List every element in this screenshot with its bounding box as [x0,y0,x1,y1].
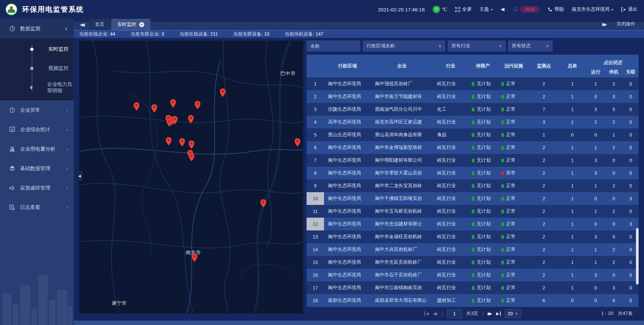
row-index: 5 [307,128,324,141]
notification-area[interactable]: 2632 [513,6,540,13]
table-row[interactable]: 17阆中生态环境局阆中市江南镇阆南页岩砖瓦行业无计划正常21030 [307,281,639,294]
table-row[interactable]: 6阆中生态环境局阆中市金博瑞新型墙材砖瓦行业无计划正常21120 [307,141,639,154]
fullscreen-button[interactable]: 全屏 [455,6,472,12]
industry-filter-select[interactable]: 所有行业∨ [448,41,505,51]
table-row[interactable]: 18南部生态环境局南部县双华大理石有限公建材加工无计划正常60060 [307,294,639,307]
tab-scroll-left-icon[interactable]: ◀◀ [80,22,85,27]
cell-production: 无计划 [468,90,498,103]
chevron-left-icon: ‹ [66,127,68,132]
map-marker-pin-icon[interactable] [165,137,172,147]
table-row[interactable]: 11阆中生态环境局阆中市五马桥页岩机砖砖瓦行业无计划正常21120 [307,205,639,218]
sidebar-item-base-data[interactable]: 基础数据管理 ‹ [0,159,74,178]
table-row[interactable]: 8阆中生态环境局阆中市枣碧大梁山页岩砖瓦行业无计划异常21300 [307,167,639,179]
tab-scroll-right-icon[interactable]: ▶▶ [602,22,607,27]
map-marker-pin-icon[interactable] [171,116,178,126]
name-filter-input[interactable] [307,41,360,51]
table-row[interactable]: 5营山生态环境局营山县润丰肉食品有限食品无计划正常10010 [307,128,639,141]
sidebar-item-realtime-monitoring[interactable]: 实时监控 [0,40,74,59]
table-row[interactable]: 1阆中生态环境局阆中强锐页岩砖厂砖瓦行业无计划正常21120 [307,77,639,90]
theme-dropdown[interactable]: 主题 ▾ [480,6,493,12]
org-dropdown[interactable]: 南充市生态环境局 ▾ [572,6,613,12]
tab-realtime-monitoring[interactable]: 实时监控 ✕ [111,19,150,30]
cell-production: 无计划 [468,218,498,230]
map-marker-pin-icon[interactable] [191,253,198,264]
map-marker-pin-icon[interactable] [188,140,195,151]
table-row[interactable]: 9阆中生态环境局阆中市二龙长宝页岩砖砖瓦行业无计划正常21120 [307,179,639,192]
cell-meter: 1 [558,179,587,192]
sidebar-item-enterprise-statistics[interactable]: 企业综合统计 ‹ [0,120,74,139]
sidebar-item-emergency-reduction[interactable]: 应急减排管理 ‹ [0,178,74,198]
logout-button[interactable]: 退出 [621,6,637,12]
status-filter-select[interactable]: 所有状态∨ [508,41,552,51]
cell-meter: 1 [558,116,587,128]
col-run: 运行 [587,66,605,77]
map-marker-pin-icon[interactable] [188,153,195,163]
map-marker-pin-icon[interactable] [294,138,301,148]
map[interactable]: 巴中市南充市遂宁市 [79,41,303,314]
sidebar-item-data-monitoring[interactable]: 数据监测 ∨ [0,19,74,38]
tab-home[interactable]: 首页 [89,19,110,30]
cell-lost: 0 [623,103,639,116]
map-marker-pin-icon[interactable] [260,199,267,209]
status-dot-icon [472,107,475,112]
first-page-button[interactable]: ◀ [424,311,429,316]
page-size-select[interactable]: 20 ∨ [505,309,521,318]
table-row[interactable]: 12阆中生态环境局阆中市忠信建材有限公砖瓦行业无计划正常21003 [307,218,639,230]
close-icon[interactable]: ✕ [139,22,144,27]
sidebar-item-power-load-detail[interactable]: 企业电力负荷明细 [0,78,74,97]
cell-stop: 3 [605,281,623,294]
map-marker-pin-icon[interactable] [133,102,140,112]
cell-facility: 正常 [498,77,530,90]
cell-region: 阆中生态环境局 [324,77,371,90]
sidebar-item-enterprise-abnormal[interactable]: 企业异常 ‹ [0,100,74,120]
map-marker-pin-icon[interactable] [179,138,185,148]
table-row[interactable]: 16阆中生态环境局阆中市石子页岩机砖厂砖瓦行业无计划正常21300 [307,269,639,281]
close-operations-button[interactable]: 关闭操作 [616,21,635,27]
content-area: ◀ 巴中市南充市遂宁市 [74,38,644,325]
status-dot-icon [472,95,475,99]
chevron-left-icon: ‹ [66,108,68,113]
cell-monitor: 2 [530,281,558,294]
mute-button[interactable] [501,7,505,12]
help-button[interactable]: 帮助 [548,6,564,12]
table-row[interactable]: 14阆中生态环境局阆中大兴页岩机砖厂砖瓦行业无计划正常21120 [307,243,639,256]
bar-chart-icon [9,146,15,152]
cell-meter: 1 [558,154,587,167]
map-marker-pin-icon[interactable] [219,88,226,99]
region-filter-select[interactable]: 行政区域名称∨ [363,41,445,51]
table-row[interactable]: 15阆中生态环境局阆中市光富页岩机砖厂砖瓦行业无计划正常21120 [307,256,639,269]
table-row[interactable]: 10阆中生态环境局阆中千佛镇五郎垭页岩砖瓦行业无计划正常21003 [307,192,639,205]
temperature: 0 ℃ [433,6,447,13]
sidebar-item-log-view[interactable]: 日志查看 ‹ [0,198,74,217]
cell-facility: 正常 [498,281,530,294]
map-marker-pin-icon[interactable] [194,101,201,111]
cell-company: 阆中强锐页岩砖厂 [371,77,433,90]
table-row[interactable]: 3仪陇生态环境局西南油气田分公司川中化工无计划正常71350 [307,103,639,116]
tab-bar: ◀◀ 首页 实时监控 ✕ ▶▶ 关闭操作 [74,19,644,30]
vertical-scrollbar[interactable] [636,228,639,284]
status-dot-icon [472,82,475,86]
page-number-input[interactable]: 1 [447,309,462,318]
map-marker-pin-icon[interactable] [170,99,176,109]
map-marker-pin-icon[interactable] [151,104,158,114]
sidebar-item-video-monitoring[interactable]: 视频监控 [0,59,74,78]
next-page-button[interactable]: ▶▶ [488,311,492,316]
cell-monitor: 2 [530,154,558,167]
cell-region: 阆中生态环境局 [324,218,371,230]
cell-facility: 正常 [498,128,530,141]
row-index: 13 [307,230,324,243]
col-production: 停限产 [468,55,498,77]
table-row[interactable]: 13阆中生态环境局阆中市金福旺页岩机砖砖瓦行业无计划正常21300 [307,230,639,243]
table-row[interactable]: 2阆中生态环境局阆中市南方节能建材有砖瓦行业无计划正常21030 [307,90,639,103]
map-marker-pin-icon[interactable] [187,115,194,125]
last-page-button[interactable]: ▶ [496,311,500,316]
map-city-label: 巴中市 [280,70,296,77]
prev-page-button[interactable]: ◀◀ [433,311,437,316]
stat-offline-enterprises: 当前失联企业:3 [130,31,164,37]
cell-monitor: 6 [530,294,558,307]
table-row[interactable]: 7阆中生态环境局阆中明阳建材有限公司砖瓦行业无计划正常21300 [307,154,639,167]
status-dot-icon [501,82,504,86]
panel-collapse-button[interactable]: ◀ [76,171,83,181]
sidebar-item-electricity-analysis[interactable]: 企业用电量分析 ‹ [0,139,74,159]
table-row[interactable]: 4高坪生态环境局南充市高坪区王家店建砖瓦行业无计划正常31220 [307,116,639,128]
